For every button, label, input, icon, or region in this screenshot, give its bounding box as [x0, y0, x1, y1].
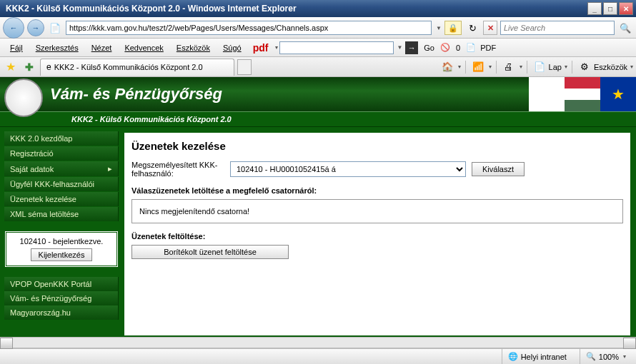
- menu-bar: Fájl Szerkesztés Nézet Kedvencek Eszközö…: [0, 39, 636, 57]
- blocker-icon[interactable]: 🚫: [440, 43, 450, 52]
- tab-title: KKK2 - Külső Kommunikációs Központ 2.0: [54, 63, 203, 71]
- go-label: Go: [424, 44, 434, 52]
- zoom-value: 100%: [599, 353, 619, 361]
- org-title: Vám- és Pénzügyőrség: [50, 85, 222, 103]
- upload-button[interactable]: Borítékolt üzenet feltöltése: [131, 245, 289, 259]
- toolbar-input[interactable]: [279, 41, 394, 54]
- home-button[interactable]: 🏠: [439, 59, 455, 75]
- pdf-button[interactable]: PDF: [480, 44, 496, 52]
- blocker-count: 0: [456, 44, 460, 52]
- sidebar-item-register[interactable]: Regisztráció: [4, 146, 119, 161]
- user-select-row: Megszemélyesített KKK-felhasználó: 10241…: [131, 161, 623, 178]
- close-button[interactable]: ✕: [619, 2, 633, 15]
- logout-button[interactable]: Kijelentkezés: [31, 248, 93, 261]
- horizontal-scrollbar[interactable]: [0, 337, 636, 348]
- sidebar-item-label: Vám- és Pénzügyőrség: [10, 294, 91, 303]
- login-status-text: 102410 - bejelentkezve.: [11, 237, 112, 246]
- menu-edit[interactable]: Szerkesztés: [30, 41, 84, 54]
- page-icon: 📄: [47, 20, 63, 36]
- intranet-icon: 🌐: [508, 352, 518, 361]
- print-dropdown[interactable]: ▾: [520, 64, 522, 70]
- sidebar-item-label: KKK 2.0 kezdőlap: [10, 134, 72, 143]
- address-toolbar: ← → 📄 ▼ 🔒 ↻ ✕ 🔍: [0, 17, 636, 39]
- menu-favorites[interactable]: Kedvencek: [119, 41, 169, 54]
- page-heading: Üzenetek kezelése: [131, 140, 623, 152]
- add-favorite-icon[interactable]: ✚: [21, 59, 37, 75]
- search-input[interactable]: [500, 21, 615, 35]
- site-header: Vám- és Pénzügyőrség ★: [0, 77, 636, 111]
- tab-favicon: e: [46, 62, 51, 72]
- feeds-dropdown[interactable]: ▾: [489, 64, 492, 70]
- page-label[interactable]: Lap: [549, 63, 562, 71]
- content-area: KKK 2.0 kezdőlap Regisztráció Saját adat…: [0, 127, 636, 337]
- download-section-title: Válaszüzenetek letöltése a megfelelő csa…: [131, 186, 623, 195]
- login-status-box: 102410 - bejelentkezve. Kijelentkezés: [4, 231, 119, 268]
- header-flags: ★: [529, 77, 636, 111]
- upload-section-title: Üzenetek feltöltése:: [131, 232, 623, 241]
- status-message: [4, 349, 495, 364]
- sidebar-item-label: Saját adatok: [10, 165, 54, 173]
- sidebar-item-label: Ügyfél KKK-felhasználói: [10, 180, 94, 188]
- sidebar-link-vam[interactable]: Vám- és Pénzügyőrség: [4, 291, 119, 305]
- sidebar-item-messages[interactable]: Üzenetek kezelése: [4, 192, 119, 206]
- sidebar-item-label: VPOP OpenKKK Portál: [10, 280, 91, 288]
- crest-icon: [529, 77, 565, 111]
- sidebar-item-own-data[interactable]: Saját adatok: [4, 161, 119, 176]
- window-titlebar: KKK2 - Külső Kommunikációs Központ 2.0 -…: [0, 0, 636, 17]
- pdf-label: pdf: [253, 42, 269, 54]
- forward-button[interactable]: →: [27, 19, 44, 36]
- status-bar: 🌐 Helyi intranet 🔍 100% ▾: [0, 348, 636, 364]
- sidebar-item-users[interactable]: Ügyfél KKK-felhasználói: [4, 177, 119, 191]
- site-subtitle: KKK2 - Külső Kommunikációs Központ 2.0: [0, 111, 636, 127]
- print-button[interactable]: 🖨: [501, 59, 517, 75]
- menu-file[interactable]: Fájl: [4, 41, 29, 54]
- home-dropdown[interactable]: ▾: [458, 64, 461, 70]
- tools-button[interactable]: ⚙: [577, 59, 592, 75]
- menu-view[interactable]: Nézet: [86, 41, 118, 54]
- user-select[interactable]: 102410 - HU0001052415á á: [230, 161, 466, 177]
- sidebar-link-mo[interactable]: Magyarország.hu: [4, 305, 119, 320]
- select-button[interactable]: Kiválaszt: [472, 162, 525, 176]
- favorites-star-icon[interactable]: ★: [3, 59, 19, 75]
- lock-icon: 🔒: [444, 21, 462, 35]
- flag-hungary-icon: [565, 77, 600, 111]
- sidebar-item-label: XML séma letöltése: [10, 210, 79, 218]
- back-button[interactable]: ←: [3, 17, 24, 39]
- toolbar-input-dropdown[interactable]: ▼: [397, 44, 402, 51]
- no-channel-message: Nincs megjelenítendő csatorna!: [131, 199, 623, 223]
- window-title: KKK2 - Külső Kommunikációs Központ 2.0 -…: [3, 4, 586, 14]
- sidebar-item-label: Üzenetek kezelése: [10, 195, 76, 203]
- sidebar-item-xml[interactable]: XML séma letöltése: [4, 207, 119, 221]
- sidebar-link-vpop[interactable]: VPOP OpenKKK Portál: [4, 277, 119, 291]
- stop-button[interactable]: ✕: [483, 21, 497, 35]
- page-button[interactable]: 📄: [532, 59, 547, 75]
- tab-bar: ★ ✚ e KKK2 - Külső Kommunikációs Központ…: [0, 57, 636, 77]
- browser-tab[interactable]: e KKK2 - Külső Kommunikációs Központ 2.0: [40, 59, 234, 76]
- page-viewport: Vám- és Pénzügyőrség ★ KKK2 - Külső Komm…: [0, 77, 636, 337]
- page-dropdown[interactable]: ▾: [565, 64, 567, 70]
- zoom-control[interactable]: 🔍 100% ▾: [580, 349, 632, 364]
- address-input[interactable]: [66, 21, 432, 35]
- feeds-button[interactable]: 📶: [470, 59, 486, 75]
- zoom-dropdown[interactable]: ▾: [623, 353, 626, 360]
- pdf-dropdown-arrow[interactable]: ▾: [275, 44, 278, 51]
- status-zone: 🌐 Helyi intranet: [502, 349, 572, 364]
- new-tab-button[interactable]: [237, 59, 252, 75]
- sidebar-item-home[interactable]: KKK 2.0 kezdőlap: [4, 131, 119, 146]
- menu-help[interactable]: Súgó: [217, 41, 247, 54]
- minimize-button[interactable]: _: [587, 2, 602, 15]
- flag-eu-icon: ★: [600, 77, 636, 111]
- search-button[interactable]: 🔍: [617, 20, 633, 36]
- user-select-label: Megszemélyesített KKK-felhasználó:: [131, 161, 224, 178]
- go-button[interactable]: →: [405, 41, 418, 54]
- tools-dropdown[interactable]: ▾: [630, 64, 633, 70]
- pdf-icon: 📄: [466, 43, 476, 52]
- zoom-icon: 🔍: [586, 352, 596, 361]
- tools-label[interactable]: Eszközök: [594, 63, 627, 71]
- refresh-button[interactable]: ↻: [464, 20, 480, 36]
- maximize-button[interactable]: □: [603, 2, 617, 15]
- address-dropdown[interactable]: ▼: [436, 25, 442, 31]
- main-panel: Üzenetek kezelése Megszemélyesített KKK-…: [123, 131, 632, 337]
- menu-tools[interactable]: Eszközök: [171, 41, 216, 54]
- sidebar-item-label: Regisztráció: [10, 149, 54, 158]
